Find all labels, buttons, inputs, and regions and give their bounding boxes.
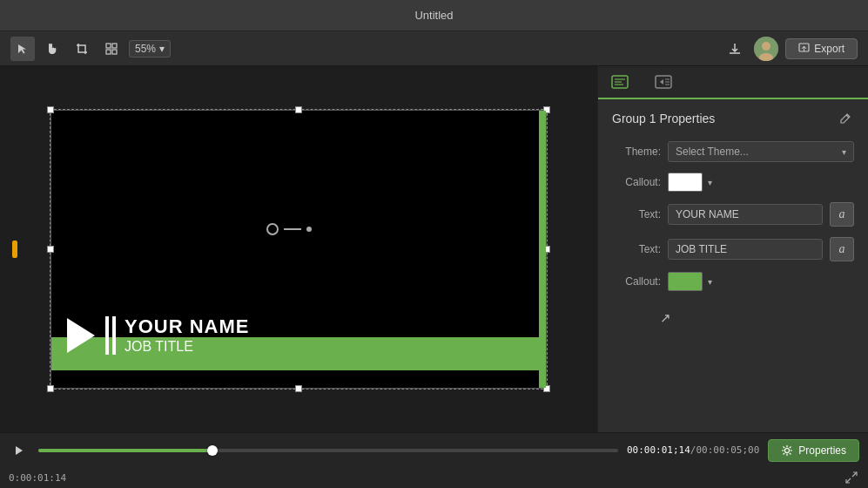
- theme-select[interactable]: Select Theme... ▾: [668, 141, 854, 162]
- resize-tool-button[interactable]: [99, 37, 124, 61]
- lower-third-text: YOUR NAME JOB TITLE: [124, 316, 249, 354]
- divider-bars: [105, 316, 109, 355]
- theme-arrow-icon: ▾: [842, 147, 846, 157]
- svg-point-5: [762, 42, 770, 51]
- properties-button[interactable]: Properties: [768, 439, 859, 462]
- cursor-area: ↗: [612, 302, 854, 336]
- panel-header: Group 1 Properties: [612, 110, 854, 127]
- theme-placeholder: Select Theme...: [676, 146, 842, 158]
- zoom-value: 55%: [135, 43, 156, 55]
- left-marker: [12, 241, 17, 258]
- panel-title: Group 1 Properties: [612, 112, 715, 125]
- toolbar: 55% ▾ Export: [0, 31, 868, 66]
- callout2-label: Callout:: [612, 275, 661, 288]
- properties-tab[interactable]: [598, 66, 642, 99]
- callout1-label: Callout:: [612, 176, 661, 188]
- window-title: Untitled: [414, 9, 453, 22]
- svg-rect-0: [106, 44, 111, 48]
- toolbar-right: Export: [723, 37, 858, 61]
- timeline-bar: 00:00:01;14/00:00:05;00 Properties: [0, 433, 868, 467]
- text2-style-button[interactable]: a: [830, 237, 854, 261]
- callout2-color-picker: ▾: [668, 272, 712, 291]
- callout2-color-swatch[interactable]: [668, 272, 703, 291]
- play-button[interactable]: [9, 440, 30, 461]
- svg-rect-1: [112, 44, 117, 48]
- callout1-color-picker: ▾: [668, 173, 712, 192]
- zoom-selector[interactable]: 55% ▾: [129, 40, 171, 58]
- handle-bottom-center[interactable]: [295, 385, 302, 392]
- properties-label: Properties: [798, 444, 846, 457]
- rotation-circle-icon: [266, 223, 279, 235]
- play-triangle-icon: [67, 318, 95, 353]
- crop-tool-button[interactable]: [70, 37, 94, 61]
- zoom-arrow-icon: ▾: [159, 43, 165, 55]
- rotation-handle[interactable]: [266, 223, 312, 235]
- handle-middle-left[interactable]: [47, 246, 54, 253]
- handle-bottom-left[interactable]: [47, 385, 54, 392]
- svg-rect-3: [112, 50, 117, 54]
- motion-tab[interactable]: [642, 66, 685, 99]
- theme-label: Theme:: [612, 146, 661, 158]
- time-display: 00:00:01;14/00:00:05;00: [627, 444, 759, 456]
- select-tool-button[interactable]: [10, 37, 35, 61]
- svg-rect-2: [106, 50, 111, 54]
- svg-point-17: [785, 448, 790, 452]
- toolbar-tools: 55% ▾: [10, 37, 716, 61]
- expand-icon[interactable]: [844, 470, 859, 485]
- rotation-dot-icon: [306, 227, 312, 232]
- main-area: YOUR NAME JOB TITLE: [0, 66, 868, 432]
- text1-label: Text:: [612, 208, 661, 220]
- callout2-row: Callout: ▾: [612, 272, 854, 291]
- progress-thumb[interactable]: [207, 445, 218, 456]
- title-bar: Untitled: [0, 0, 868, 31]
- hand-tool-button[interactable]: [40, 37, 64, 61]
- rotation-line-icon: [284, 228, 301, 230]
- text2-label: Text:: [612, 243, 661, 255]
- handle-top-left[interactable]: [47, 106, 54, 113]
- text1-row: Text: a: [612, 202, 854, 227]
- user-avatar[interactable]: [754, 37, 778, 61]
- edit-button[interactable]: [837, 110, 854, 127]
- text1-style-button[interactable]: a: [830, 202, 854, 227]
- panel-content: Group 1 Properties Theme: Select Theme..…: [598, 99, 868, 432]
- theme-row: Theme: Select Theme... ▾: [612, 141, 854, 162]
- callout1-color-swatch[interactable]: [668, 173, 703, 192]
- green-right-strip: [539, 111, 546, 388]
- mouse-cursor-icon: ↗: [660, 310, 671, 326]
- title-text: JOB TITLE: [124, 338, 249, 355]
- text2-row: Text: a: [612, 237, 854, 261]
- progress-fill: [38, 449, 212, 452]
- name-text: YOUR NAME: [124, 316, 249, 337]
- status-time: 0:00:01:14: [9, 472, 66, 484]
- callout1-dropdown-arrow[interactable]: ▾: [708, 178, 712, 187]
- text2-input[interactable]: [668, 239, 823, 260]
- right-panel: Group 1 Properties Theme: Select Theme..…: [598, 66, 868, 432]
- callout2-dropdown-arrow[interactable]: ▾: [708, 277, 712, 287]
- bottom-area: 00:00:01;14/00:00:05;00 Properties 0:00:…: [0, 432, 868, 488]
- time-current: 00:00:01;14: [627, 444, 690, 456]
- download-button[interactable]: [723, 37, 747, 61]
- progress-track[interactable]: [38, 449, 618, 452]
- lower-third-overlay: YOUR NAME JOB TITLE: [51, 301, 546, 370]
- panel-tabs: [598, 66, 868, 99]
- export-label: Export: [814, 43, 844, 55]
- text1-input[interactable]: [668, 204, 823, 225]
- time-total: 00:00:05;00: [696, 444, 759, 456]
- canvas-area[interactable]: YOUR NAME JOB TITLE: [0, 66, 598, 432]
- handle-top-center[interactable]: [295, 106, 302, 113]
- callout1-row: Callout: ▾: [612, 173, 854, 192]
- canvas-container: YOUR NAME JOB TITLE: [50, 110, 547, 389]
- status-bar: 0:00:01:14: [0, 467, 868, 488]
- export-button[interactable]: Export: [785, 38, 858, 59]
